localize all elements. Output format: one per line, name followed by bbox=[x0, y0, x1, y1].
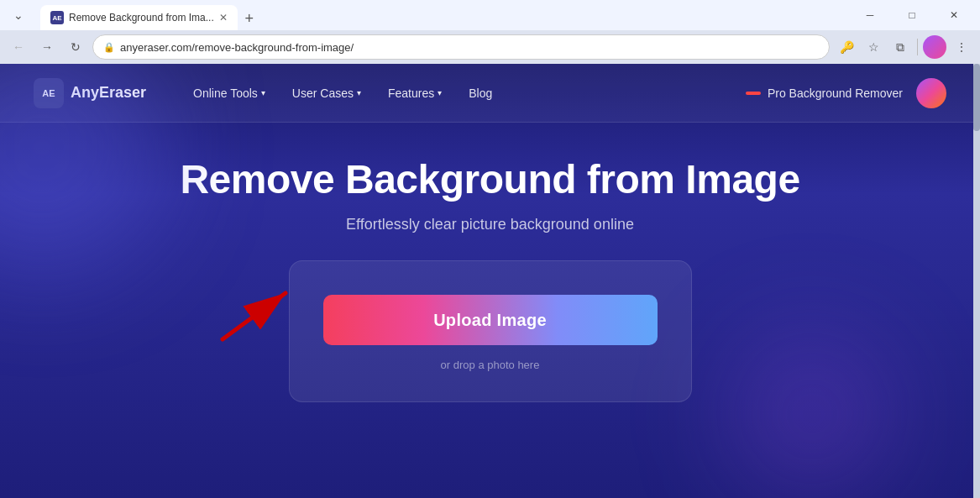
online-tools-nav[interactable]: Online Tools ▾ bbox=[180, 80, 279, 107]
drop-text: or drop a photo here bbox=[441, 359, 540, 371]
star-icon[interactable]: ☆ bbox=[862, 35, 885, 59]
active-tab[interactable]: AE Remove Background from Ima... ✕ bbox=[40, 5, 238, 30]
online-tools-label: Online Tools bbox=[193, 86, 258, 100]
online-tools-chevron: ▾ bbox=[261, 88, 265, 97]
features-label: Features bbox=[388, 86, 434, 100]
pro-icon bbox=[746, 92, 761, 95]
browser-toolbar: ← → ↻ 🔒 anyeraser.com/remove-background-… bbox=[0, 30, 980, 64]
page-content: AE AnyEraser Online Tools ▾ User Cases ▾… bbox=[0, 64, 980, 498]
blog-nav[interactable]: Blog bbox=[455, 80, 506, 107]
upload-image-button[interactable]: Upload Image bbox=[323, 295, 658, 345]
toolbar-icons: 🔑 ☆ ⧉ ⋮ bbox=[835, 35, 973, 59]
browser-titlebar: ⌄ AE Remove Background from Ima... ✕ + ─… bbox=[0, 0, 980, 30]
url-text: anyeraser.com/remove-background-from-ima… bbox=[120, 41, 819, 54]
arrow-graphic bbox=[214, 280, 298, 348]
profile-avatar[interactable] bbox=[923, 35, 946, 59]
tab-close-button[interactable]: ✕ bbox=[219, 12, 228, 24]
tab-list: AE Remove Background from Ima... ✕ + bbox=[34, 0, 847, 30]
navbar: AE AnyEraser Online Tools ▾ User Cases ▾… bbox=[0, 64, 980, 123]
logo-area[interactable]: AE AnyEraser bbox=[34, 78, 146, 108]
pro-nav[interactable]: Pro Background Remover bbox=[746, 86, 903, 100]
blog-label: Blog bbox=[469, 86, 492, 100]
features-chevron: ▾ bbox=[438, 88, 442, 97]
restore-button[interactable]: □ bbox=[893, 3, 931, 28]
window-controls: ─ □ ✕ bbox=[851, 3, 973, 28]
brand-name: AnyEraser bbox=[71, 84, 146, 102]
lock-icon: 🔒 bbox=[103, 42, 115, 53]
pro-label: Pro Background Remover bbox=[768, 86, 903, 100]
address-bar[interactable]: 🔒 anyeraser.com/remove-background-from-i… bbox=[92, 34, 830, 60]
user-cases-label: User Cases bbox=[292, 86, 354, 100]
arrow-container bbox=[214, 280, 298, 351]
navbar-right: Pro Background Remover bbox=[746, 78, 946, 108]
minimize-button[interactable]: ─ bbox=[851, 3, 889, 28]
tab-title: Remove Background from Ima... bbox=[69, 12, 214, 24]
nav-links: Online Tools ▾ User Cases ▾ Features ▾ B… bbox=[180, 80, 746, 107]
features-nav[interactable]: Features ▾ bbox=[375, 80, 455, 107]
user-avatar[interactable] bbox=[916, 78, 946, 108]
refresh-button[interactable]: ↻ bbox=[64, 35, 87, 59]
tab-list-button[interactable]: ⌄ bbox=[7, 3, 30, 27]
logo-icon: AE bbox=[34, 78, 64, 108]
user-cases-nav[interactable]: User Cases ▾ bbox=[279, 80, 375, 107]
back-button[interactable]: ← bbox=[7, 35, 30, 59]
upload-area: Upload Image or drop a photo here bbox=[289, 260, 692, 402]
svg-line-1 bbox=[223, 293, 286, 339]
pro-bar-red bbox=[746, 92, 761, 95]
key-icon[interactable]: 🔑 bbox=[835, 35, 858, 59]
more-icon[interactable]: ⋮ bbox=[950, 35, 973, 59]
hero-subtitle: Effortlessly clear picture background on… bbox=[346, 216, 634, 233]
scrollbar-track[interactable] bbox=[973, 64, 980, 498]
forward-button[interactable]: → bbox=[35, 35, 59, 59]
hero-section: Remove Background from Image Effortlessl… bbox=[0, 123, 980, 402]
divider bbox=[917, 39, 918, 55]
hero-title: Remove Background from Image bbox=[180, 156, 799, 202]
new-tab-button[interactable]: + bbox=[238, 7, 261, 30]
user-cases-chevron: ▾ bbox=[357, 88, 361, 97]
close-button[interactable]: ✕ bbox=[935, 3, 973, 28]
extensions-icon[interactable]: ⧉ bbox=[888, 35, 912, 59]
scrollbar-thumb[interactable] bbox=[973, 64, 980, 131]
browser-chrome: ⌄ AE Remove Background from Ima... ✕ + ─… bbox=[0, 0, 980, 64]
tab-favicon: AE bbox=[50, 11, 64, 24]
